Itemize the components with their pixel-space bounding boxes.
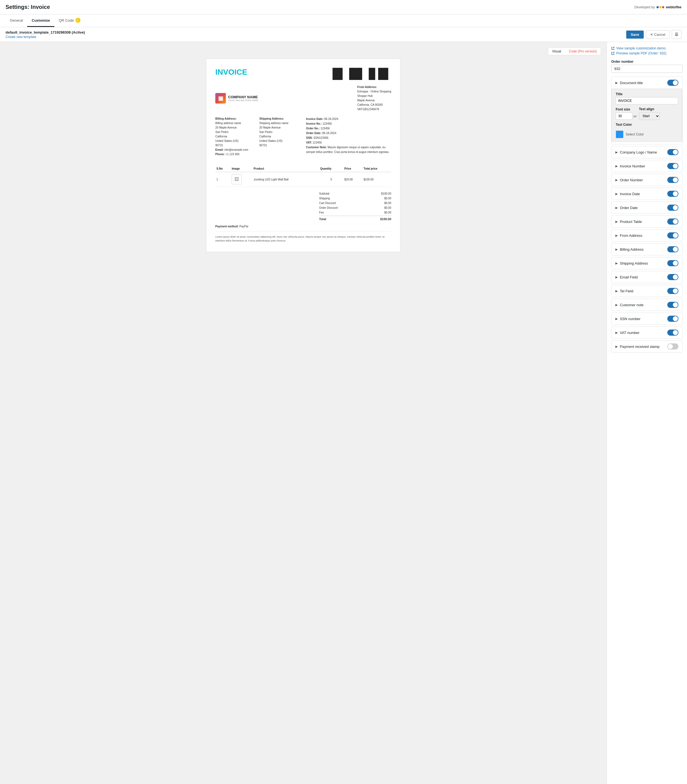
toggle-track-from-address (667, 232, 679, 239)
toggle-switch-from-address[interactable] (667, 232, 679, 239)
toggle-left-invoice-date: ▶ Invoice Date (615, 192, 640, 196)
toggle-row-payment-received-stamp[interactable]: ▶ Payment received stamp (611, 341, 682, 352)
toggle-label-invoice-number: Invoice Number (620, 164, 645, 168)
toggle-switch-payment-received-stamp[interactable] (667, 343, 679, 349)
row-product: Jumbing LED Light Wall Ball (253, 172, 319, 187)
toggle-switch-shipping-address[interactable] (667, 260, 679, 266)
tab-general[interactable]: General (5, 15, 27, 27)
toggle-row-from-address[interactable]: ▶ From Address (611, 230, 682, 241)
shipping-row: Shipping $0.00 (319, 196, 391, 201)
view-code-button[interactable]: Code (Pro version) (565, 48, 601, 55)
toggle-switch-tel-field[interactable] (667, 288, 679, 294)
toggle-row-tel-field[interactable]: ▶ Tel Field (611, 285, 682, 297)
totals-section: Subtotal $100.00 Shipping $0.00 Cart Dis… (319, 191, 391, 222)
from-line-4: California, CA 90260 (357, 103, 383, 106)
shipping-state: California (260, 135, 271, 138)
toolbar-right: Save ✕ Cancel ☰ (626, 30, 682, 39)
col-product: Product (253, 165, 319, 172)
toggle-switch-order-number[interactable] (667, 177, 679, 183)
app-header: Settings: Invoice Developed by webtoffee (0, 0, 687, 15)
view-visual-button[interactable]: Visual (548, 48, 565, 55)
cancel-button[interactable]: ✕ Cancel (646, 30, 669, 39)
toggle-label-order-number: Order Number (620, 178, 643, 182)
subtotal-value: $100.00 (381, 192, 391, 195)
section-email-field: ▶ Email Field (611, 271, 682, 283)
toggle-switch-customer-note[interactable] (667, 302, 679, 308)
toggle-switch-email-field[interactable] (667, 274, 679, 280)
toggle-label-vat-number: VAT number (620, 331, 639, 335)
toggle-switch-ssn-number[interactable] (667, 316, 679, 322)
toggle-row-invoice-number[interactable]: ▶ Invoice Number (611, 160, 682, 172)
section-customer-note: ▶ Customer note (611, 299, 682, 311)
menu-button[interactable]: ☰ (672, 30, 682, 39)
order-number-section: Order number (611, 60, 682, 73)
toggle-row-order-number[interactable]: ▶ Order Number (611, 174, 682, 186)
title-input[interactable] (616, 97, 678, 104)
toggle-row-order-date[interactable]: ▶ Order Date (611, 202, 682, 214)
save-button[interactable]: Save (626, 31, 643, 39)
title-input-row (616, 97, 678, 104)
toggle-label-ssn-number: SSN number (620, 317, 640, 321)
toggle-row-ssn-number[interactable]: ▶ SSN number (611, 313, 682, 324)
billing-city: San Pedro (215, 130, 228, 133)
color-select-label[interactable]: Select Color (626, 132, 644, 136)
preview-pdf-link[interactable]: Preview sample PDF (Order: 932) (611, 51, 682, 55)
section-shipping-address: ▶ Shipping Address (611, 257, 682, 269)
toggle-track-order-date (667, 204, 679, 211)
create-template-link[interactable]: Create new template (5, 35, 85, 39)
toggle-row-shipping-address[interactable]: ▶ Shipping Address (611, 257, 682, 269)
shipping-value: $0.00 (384, 197, 391, 200)
text-color-label: Text Color (616, 123, 632, 127)
document-title-toggle-row[interactable]: ▶ Document title (611, 77, 682, 89)
toggle-left-from-address: ▶ From Address (615, 234, 642, 238)
billing-country: United States (US) (215, 139, 238, 142)
order-discount-label: Order Discount (319, 206, 338, 209)
tab-qr-code[interactable]: QR Code ⭐ (54, 15, 85, 27)
toggle-label-shipping-address: Shipping Address (620, 261, 648, 265)
toggle-switch-company-logo-name[interactable] (667, 149, 679, 155)
color-swatch[interactable] (616, 130, 623, 138)
document-title-toggle[interactable] (667, 80, 679, 86)
logo-dot-blue (656, 6, 659, 8)
text-align-select[interactable]: Start Center End (639, 112, 660, 120)
toggle-track-shipping-address (667, 260, 679, 266)
billing-street: 20 Maple Avenue (215, 126, 237, 129)
document-title-label: Document title (620, 81, 643, 85)
toggle-label-product-table: Product Table (620, 220, 642, 224)
toggle-track (667, 80, 679, 86)
toggle-switch-invoice-date[interactable] (667, 191, 679, 197)
toggle-row-product-table[interactable]: ▶ Product Table (611, 216, 682, 227)
toggle-switch-order-date[interactable] (667, 204, 679, 211)
col-total: Total price (362, 165, 391, 172)
toggle-switch-product-table[interactable] (667, 219, 679, 225)
row-total: $100.00 (362, 172, 391, 187)
view-sample-link[interactable]: View sample customization demo (611, 46, 682, 50)
toggle-switch-vat-number[interactable] (667, 329, 679, 336)
toggle-label-billing-address: Billing Address (620, 247, 643, 252)
nav-tabs: General Customize QR Code ⭐ (0, 15, 687, 27)
toggle-row-company-logo-name[interactable]: ▶ Company Logo / Name (611, 146, 682, 158)
shipping-label: Shipping (319, 197, 330, 200)
toggle-track-company-logo-name (667, 149, 679, 155)
order-number-input[interactable] (611, 65, 682, 73)
toggle-thumb-invoice-date (673, 191, 678, 196)
toggle-label-customer-note: Customer note (620, 303, 643, 307)
font-size-input[interactable] (616, 112, 632, 120)
toggle-thumb-from-address (673, 233, 678, 238)
toggle-row-vat-number[interactable]: ▶ VAT number (611, 327, 682, 338)
section-payment-received-stamp: ▶ Payment received stamp (611, 340, 682, 352)
toggle-thumb (673, 80, 678, 85)
text-align-label: Text align (639, 107, 678, 111)
toggle-row-invoice-date[interactable]: ▶ Invoice Date (611, 188, 682, 199)
toggle-row-email-field[interactable]: ▶ Email Field (611, 271, 682, 283)
section-company-logo-name: ▶ Company Logo / Name (611, 146, 682, 158)
col-price: Price (343, 165, 362, 172)
toggle-switch-billing-address[interactable] (667, 246, 679, 252)
template-name: default_invoice_template_1719298308 (Act… (5, 30, 85, 35)
toggle-left-order-number: ▶ Order Number (615, 178, 643, 182)
billing-label: Billing Address: (215, 117, 237, 120)
toggle-row-customer-note[interactable]: ▶ Customer note (611, 299, 682, 311)
toggle-row-billing-address[interactable]: ▶ Billing Address (611, 244, 682, 255)
toggle-switch-invoice-number[interactable] (667, 163, 679, 169)
tab-customize[interactable]: Customize (27, 15, 54, 27)
